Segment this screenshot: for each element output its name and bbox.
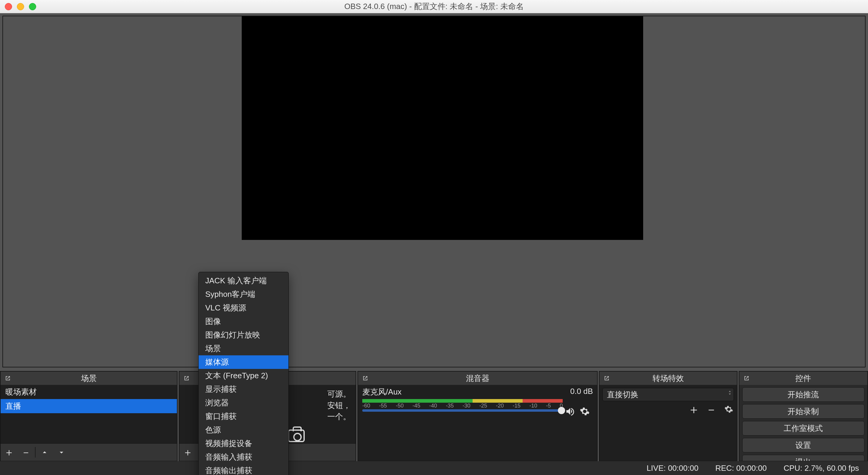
popout-icon[interactable] xyxy=(602,374,611,382)
transition-selected: 直接切换 xyxy=(607,389,638,400)
close-window-button[interactable] xyxy=(5,3,12,10)
control-button[interactable]: 设置 xyxy=(742,438,864,452)
tick-label: -60 xyxy=(362,403,370,409)
mute-icon[interactable] xyxy=(565,406,575,418)
controls-header: 控件 xyxy=(739,372,867,385)
tick-label: -10 xyxy=(529,403,537,409)
minimize-window-button[interactable] xyxy=(17,3,24,10)
tick-label: -35 xyxy=(446,403,454,409)
transition-tools: ＋ － xyxy=(602,404,734,414)
menu-item[interactable]: 显示捕获 xyxy=(198,382,288,396)
scene-item[interactable]: 直播 xyxy=(1,399,177,413)
status-bar: LIVE: 00:00:00 REC: 00:00:00 CPU: 2.7%, … xyxy=(0,461,868,475)
menu-item[interactable]: 窗口捕获 xyxy=(198,410,288,423)
menu-item[interactable]: Syphon客户端 xyxy=(198,288,288,301)
tick-label: -5 xyxy=(546,403,551,409)
window-controls xyxy=(5,3,36,10)
scenes-panel: 场景 暖场素材直播 ＋ － xyxy=(0,371,178,462)
menu-item[interactable]: 浏览器 xyxy=(198,396,288,410)
volume-slider-track[interactable] xyxy=(362,409,563,412)
control-button[interactable]: 开始录制 xyxy=(742,404,864,419)
menu-item[interactable]: 媒体源 xyxy=(198,355,288,369)
tick-label: -50 xyxy=(396,403,404,409)
camera-icon xyxy=(288,430,305,442)
menu-item[interactable]: VLC 视频源 xyxy=(198,301,288,315)
scene-item[interactable]: 暖场素材 xyxy=(1,385,177,399)
transitions-body: 直接切换 ˄˅ ＋ － xyxy=(599,385,737,461)
popout-icon[interactable] xyxy=(182,374,191,382)
popout-icon[interactable] xyxy=(4,374,12,382)
menu-item[interactable]: 音频输出捕获 xyxy=(198,464,288,475)
status-live: LIVE: 00:00:00 xyxy=(647,464,698,473)
level-scale xyxy=(362,399,563,403)
menu-item[interactable]: 色源 xyxy=(198,423,288,437)
scenes-header: 场景 xyxy=(1,372,177,385)
preview-canvas[interactable] xyxy=(242,16,643,240)
transition-properties-button[interactable] xyxy=(724,404,734,414)
add-source-button[interactable]: ＋ xyxy=(179,444,196,461)
status-rec: REC: 00:00:00 xyxy=(715,464,767,473)
window-title: OBS 24.0.6 (mac) - 配置文件: 未命名 - 场景: 未命名 xyxy=(344,1,524,12)
controls-title: 控件 xyxy=(795,373,811,384)
scenes-toolbar: ＋ － xyxy=(1,443,177,461)
remove-scene-button[interactable]: － xyxy=(18,444,34,461)
menu-item[interactable]: 音频输入捕获 xyxy=(198,450,288,464)
mixer-title: 混音器 xyxy=(466,373,490,384)
mixer-meter: -60-55-50-45-40-35-30-25-20-15-10-50 xyxy=(362,399,593,412)
scenes-title: 场景 xyxy=(81,373,97,384)
chevron-updown-icon: ˄˅ xyxy=(728,392,730,397)
menu-item[interactable]: JACK 输入客户端 xyxy=(198,274,288,288)
main-area: JACK 输入客户端Syphon客户端VLC 视频源图像图像幻灯片放映场景媒体源… xyxy=(0,13,868,475)
menu-item[interactable]: 图像 xyxy=(198,315,288,328)
channel-settings-icon[interactable] xyxy=(580,406,590,418)
mixer-body: 麦克风/Aux 0.0 dB -60-55-50-45-40-35-30-25-… xyxy=(358,385,597,461)
menu-item[interactable]: 图像幻灯片放映 xyxy=(198,328,288,342)
move-scene-up-button[interactable] xyxy=(36,444,53,461)
move-scene-down-button[interactable] xyxy=(53,444,70,461)
control-button[interactable]: 退出 xyxy=(742,455,864,461)
tick-label: -30 xyxy=(463,403,470,409)
zoom-window-button[interactable] xyxy=(29,3,36,10)
control-button[interactable]: 工作室模式 xyxy=(742,421,864,436)
add-scene-button[interactable]: ＋ xyxy=(1,444,18,461)
tick-label: -40 xyxy=(429,403,437,409)
menu-item[interactable]: 文本 (FreeType 2) xyxy=(198,369,288,382)
control-button[interactable]: 开始推流 xyxy=(742,387,864,402)
preview-frame xyxy=(2,16,866,368)
menu-item[interactable]: 场景 xyxy=(198,342,288,355)
add-transition-button[interactable]: ＋ xyxy=(689,404,699,414)
tick-label: -45 xyxy=(412,403,421,409)
transitions-title: 转场特效 xyxy=(652,373,684,384)
transitions-header: 转场特效 xyxy=(599,372,737,385)
mixer-header: 混音器 xyxy=(358,372,597,385)
mixer-channel-header: 麦克风/Aux 0.0 dB xyxy=(358,385,597,398)
menu-item[interactable]: 视频捕捉设备 xyxy=(198,437,288,450)
tick-label: -25 xyxy=(479,403,487,409)
dock-panels: 场景 暖场素材直播 ＋ － 来源 可源。 安钮， 一个。 xyxy=(0,371,868,462)
tick-label: -15 xyxy=(513,403,521,409)
transitions-panel: 转场特效 直接切换 ˄˅ ＋ － xyxy=(599,371,737,462)
popout-icon[interactable] xyxy=(742,374,751,382)
separator xyxy=(35,447,36,457)
mixer-channel-controls xyxy=(565,406,590,418)
add-source-context-menu: JACK 输入客户端Syphon客户端VLC 视频源图像图像幻灯片放映场景媒体源… xyxy=(198,272,289,475)
remove-transition-button[interactable]: － xyxy=(706,404,716,414)
controls-panel: 控件 开始推流开始录制工作室模式设置退出 xyxy=(739,371,868,462)
status-cpu: CPU: 2.7%, 60.00 fps xyxy=(784,464,859,473)
tick-label: -55 xyxy=(379,403,387,409)
level-ticks: -60-55-50-45-40-35-30-25-20-15-10-50 xyxy=(362,403,563,409)
mixer-channel-name: 麦克风/Aux xyxy=(362,387,401,397)
mixer-panel: 混音器 麦克风/Aux 0.0 dB -60-55-50-45-40-35-30… xyxy=(358,371,598,462)
volume-slider-thumb[interactable] xyxy=(558,407,565,414)
mixer-channel-level: 0.0 dB xyxy=(570,387,593,397)
tick-label: -20 xyxy=(496,403,504,409)
popout-icon[interactable] xyxy=(361,374,370,382)
window-titlebar: OBS 24.0.6 (mac) - 配置文件: 未命名 - 场景: 未命名 xyxy=(0,0,868,13)
controls-body: 开始推流开始录制工作室模式设置退出 xyxy=(739,385,867,461)
scenes-list[interactable]: 暖场素材直播 xyxy=(1,385,177,443)
transition-select[interactable]: 直接切换 ˄˅ xyxy=(602,388,734,401)
